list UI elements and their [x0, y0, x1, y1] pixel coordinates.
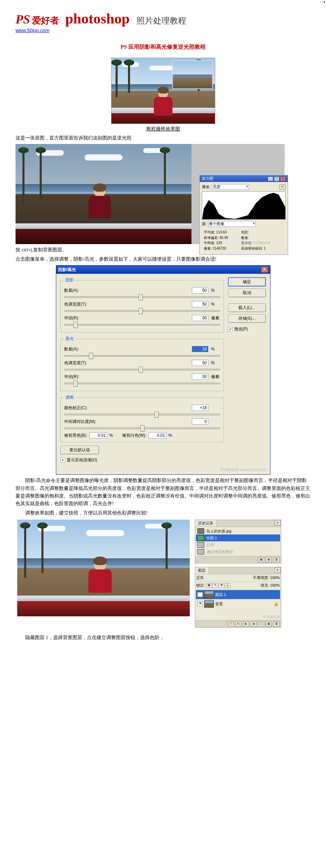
folder-icon[interactable]: ▢: [258, 621, 264, 627]
shadow-radius-slider[interactable]: [64, 322, 220, 327]
panel-menu-icon[interactable]: ▸: [275, 520, 281, 525]
visibility-eye-icon[interactable]: 👁: [197, 592, 203, 597]
para-3: 点击图像菜单，选择调整，阴影/高光，参数设置如下，大家可以随便设置，只要图像影调…: [16, 255, 310, 263]
dialog-watermark: 中国教程网 www.jcwcn.com: [56, 467, 270, 474]
blend-mode-select[interactable]: 正常: [196, 575, 217, 580]
trash-icon[interactable]: 🗑: [273, 557, 279, 562]
midtone-label: 中间调对比度(M):: [64, 419, 102, 425]
dialog-close-icon[interactable]: ×: [261, 267, 268, 273]
ok-button[interactable]: 确定: [228, 277, 266, 287]
history-doc[interactable]: 岛上的女孩.jpg: [196, 528, 280, 534]
highlight-radius-input[interactable]: 30: [192, 374, 208, 380]
logo-photoshop: photoshop: [65, 10, 130, 27]
highlight-amount-input[interactable]: 18: [192, 346, 208, 352]
group-highlight: 高光 数量(A): 18 % 色调宽度(T): 50 %: [60, 336, 224, 391]
trash-icon[interactable]: 🗑: [273, 621, 279, 627]
mask-icon[interactable]: ◐: [243, 621, 249, 627]
shadow-tone-input[interactable]: 50: [192, 301, 208, 307]
close-icon[interactable]: ×: [280, 176, 286, 181]
shadow-radius-input[interactable]: 30: [192, 315, 208, 321]
dialog-title: 阴影/高光: [58, 267, 76, 273]
layers-panel: 图层 ▸ 正常 不透明度: 100% 锁定: ▦ ✎ ✥: [195, 567, 281, 628]
group-highlight-legend: 高光: [64, 336, 75, 342]
load-button[interactable]: 载入(L)...: [228, 303, 266, 312]
maximize-icon[interactable]: □: [274, 176, 279, 181]
clip-black-label: 修剪黑色(B):: [64, 433, 87, 438]
layers-watermark: 中国教程网: [196, 615, 280, 619]
channel-select[interactable]: 亮度: [212, 184, 249, 190]
lock-paint-icon[interactable]: ✎: [213, 583, 218, 588]
source-label: 源:: [202, 221, 207, 226]
adjustment-icon[interactable]: ◑: [250, 621, 257, 627]
article-title: PS 应用阴影和高光修复逆光照教程: [16, 44, 310, 51]
adjusted-image: [17, 520, 190, 616]
lock-transparent-icon[interactable]: ▦: [206, 583, 212, 588]
logo-cn: 爱好者: [32, 15, 59, 27]
para-1: 这是一张原图，直方图里面告诉我们这副图的是逆光照: [16, 134, 310, 142]
final-caption-link[interactable]: 教程最终效果图: [146, 126, 180, 132]
figure-original-histogram: 直方图 _ □ × 通道: 亮度 ⟳ 源: 整个图像: [16, 144, 288, 244]
shadow-amount-slider[interactable]: [64, 294, 220, 299]
colorcorrect-input[interactable]: +18: [192, 405, 208, 411]
highlight-radius-label: 半径(R):: [64, 374, 102, 380]
reset-defaults-button[interactable]: 复位默认值: [60, 446, 99, 454]
new-snapshot-icon[interactable]: ◉: [266, 557, 272, 562]
layer-row-background[interactable]: 👁 背景 🔒: [196, 599, 280, 608]
para-6: 隐藏图层 1，选择背景图层，点击建立调整图层按钮，选择色阶，: [16, 634, 310, 642]
history-snapshot[interactable]: 快照 1: [196, 534, 280, 541]
history-panel: 历史记录 ▸ 岛上的女孩.jpg 快照 1 打开: [195, 520, 281, 563]
create-doc-icon[interactable]: ▣: [258, 557, 264, 562]
histogram-panel: 直方图 _ □ × 通道: 亮度 ⟳ 源: 整个图像: [199, 175, 288, 255]
lock-all-icon[interactable]: 🔒: [225, 583, 230, 588]
history-step-dup[interactable]: 通过拷贝的图层: [196, 548, 280, 555]
lock-move-icon[interactable]: ✥: [219, 583, 224, 588]
site-logo: PS 爱好者 photoshop 照片处理教程: [16, 10, 310, 27]
highlight-amount-label: 数量(A):: [64, 346, 102, 352]
minimize-icon[interactable]: _: [268, 176, 273, 181]
history-step-open[interactable]: 打开: [196, 541, 280, 548]
shadow-radius-label: 半径(R):: [64, 315, 102, 321]
lock-icon: 🔒: [274, 602, 279, 606]
source-select[interactable]: 整个图像: [208, 221, 256, 227]
colorcorrect-label: 颜色校正(C):: [64, 405, 102, 411]
site-url[interactable]: www.50jun.com: [16, 28, 310, 33]
highlight-tone-slider[interactable]: [64, 367, 220, 372]
link-icon[interactable]: ⦾: [228, 621, 234, 627]
history-tab[interactable]: 历史记录: [195, 520, 216, 527]
fill-input[interactable]: 100%: [270, 583, 280, 587]
group-adjust-legend: 调整: [64, 395, 75, 401]
channel-label: 通道:: [202, 184, 210, 190]
highlight-amount-slider[interactable]: [64, 353, 220, 358]
cancel-button[interactable]: 取消: [228, 289, 266, 297]
header-subtitle: 照片处理教程: [137, 15, 186, 26]
opacity-input[interactable]: 100%: [270, 576, 280, 580]
colorcorrect-slider[interactable]: [64, 412, 220, 416]
histogram-title: 直方图: [202, 176, 213, 181]
preview-checkbox[interactable]: ✔ 预览(P): [228, 326, 266, 332]
highlight-tone-input[interactable]: 50: [192, 360, 208, 366]
show-more-checkbox[interactable]: ✔ 显示其他选项(O): [60, 457, 224, 463]
shadows-highlights-dialog: 阴影/高光 × 阴影 数量(A): 50 % 色调宽度(: [56, 265, 270, 475]
final-caption: 教程最终效果图: [16, 126, 310, 132]
group-shadow: 阴影 数量(A): 50 % 色调宽度(T): 50 %: [60, 277, 224, 332]
fx-icon[interactable]: fx: [235, 621, 241, 627]
para-4: 阴影/高光命令主要是调整图像的曝光度，阴影调整数量提高阴影部分的亮度值，色彩宽度…: [16, 477, 310, 508]
group-adjust: 调整 颜色校正(C): +18 中间调对比度(M): 0: [60, 395, 224, 442]
clip-white-input[interactable]: 0.01: [148, 432, 166, 438]
shadow-amount-input[interactable]: 50: [192, 287, 208, 293]
save-button[interactable]: 存储(S)...: [228, 314, 266, 323]
shadow-tone-slider[interactable]: [64, 308, 220, 313]
visibility-eye-icon[interactable]: 👁: [197, 601, 203, 606]
shadow-tone-label: 色调宽度(T):: [64, 301, 102, 307]
highlight-radius-slider[interactable]: [64, 380, 220, 385]
clip-black-input[interactable]: 0.01: [89, 432, 107, 438]
midtone-input[interactable]: 0: [192, 418, 208, 425]
midtone-slider[interactable]: [64, 425, 220, 430]
refresh-icon[interactable]: ⟳: [279, 184, 286, 190]
logo-ps: PS: [16, 12, 30, 27]
layers-tab[interactable]: 图层: [195, 567, 209, 574]
panel-menu-icon[interactable]: ▸: [275, 567, 281, 573]
histogram-graph: [202, 191, 286, 220]
layer-row-layer1[interactable]: 👁 图层 1: [196, 590, 280, 599]
new-layer-icon[interactable]: ▣: [266, 621, 272, 627]
